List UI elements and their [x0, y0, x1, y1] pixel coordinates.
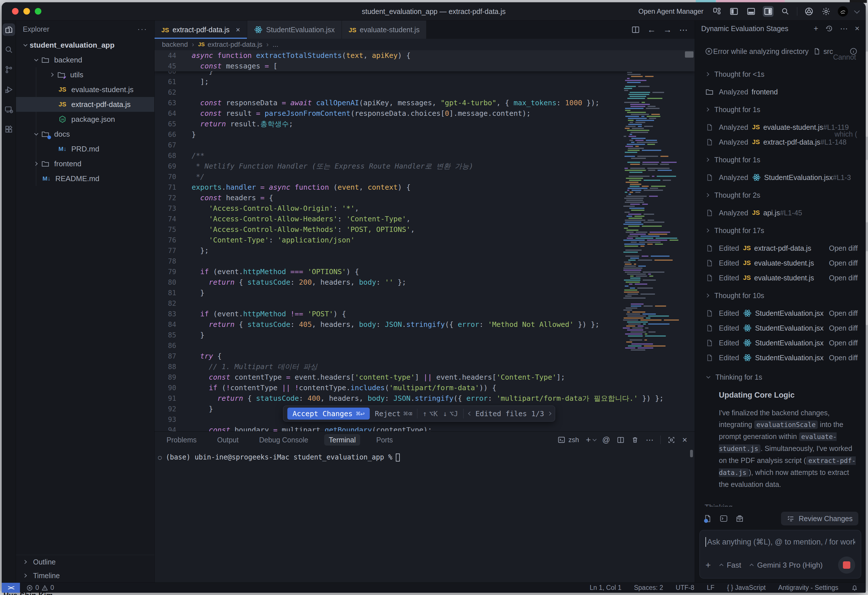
split-editor-icon[interactable]: [631, 25, 640, 34]
panel-tab-problems[interactable]: Problems: [162, 434, 201, 446]
tab-StudentEvaluation.jsx[interactable]: StudentEvaluation.jsx: [247, 21, 342, 39]
terminal-more-actions-icon[interactable]: ⋯: [645, 435, 654, 445]
open-diff-link[interactable]: Open diff: [826, 309, 858, 317]
problems-indicator[interactable]: 0 0: [26, 584, 54, 592]
open-diff-link[interactable]: Open diff: [826, 354, 858, 362]
panel-tab-ports[interactable]: Ports: [372, 434, 397, 446]
panel-tab-output[interactable]: Output: [213, 434, 243, 446]
tree-item-README.md[interactable]: M↓README.md: [16, 171, 154, 186]
new-terminal-icon[interactable]: +: [586, 435, 596, 445]
tree-item-frontend[interactable]: frontend: [16, 156, 154, 171]
breadcrumb-folder[interactable]: backend: [162, 40, 188, 49]
navigate-back-icon[interactable]: ←: [647, 25, 656, 34]
toggle-bottom-panel-icon[interactable]: [745, 6, 756, 17]
panel-tab-terminal[interactable]: Terminal: [324, 434, 360, 446]
window-controls[interactable]: [12, 8, 41, 15]
search-activity-icon[interactable]: [3, 43, 15, 56]
minimap[interactable]: [623, 50, 683, 302]
search-icon[interactable]: [780, 6, 791, 17]
open-diff-link[interactable]: Open diff: [826, 259, 858, 267]
speed-selector[interactable]: Fast: [720, 561, 741, 570]
tree-item-backend[interactable]: backend: [16, 53, 154, 67]
chevron-left-icon[interactable]: [468, 412, 472, 416]
source-control-activity-icon[interactable]: [3, 63, 15, 76]
tab-evaluate-student.js[interactable]: JSevaluate-student.js: [342, 21, 427, 39]
edited-item[interactable]: EditedJSevaluate-student.jsOpen diff: [705, 270, 866, 285]
open-diff-link[interactable]: Open diff: [826, 339, 858, 347]
tab-extract-pdf-data.js[interactable]: JSextract-pdf-data.js×: [155, 21, 247, 39]
tree-item-extract-pdf-data.js[interactable]: JSextract-pdf-data.js: [16, 97, 154, 112]
terminal-mention-icon[interactable]: @: [602, 436, 610, 444]
terminal-output[interactable]: ○ (base) ubin-ine@sprogeeks-iMac student…: [155, 448, 695, 582]
cursor-position[interactable]: Ln 1, Col 1: [590, 584, 621, 592]
chevron-down-icon[interactable]: [854, 8, 860, 13]
sidebar-section-timeline[interactable]: Timeline: [16, 569, 154, 582]
editor-scrollbar[interactable]: [685, 51, 694, 58]
tree-item-evaluate-student.js[interactable]: JSevaluate-student.js: [16, 82, 154, 97]
edited-item[interactable]: EditedJSevaluate-student.jsOpen diff: [705, 255, 866, 270]
user-avatar[interactable]: [838, 6, 848, 16]
remote-indicator[interactable]: ><: [2, 583, 20, 593]
attach-file-icon[interactable]: [703, 514, 712, 523]
open-agent-manager-button[interactable]: Open Agent Manager: [638, 7, 703, 15]
model-selector[interactable]: Gemini 3 Pro (High): [751, 561, 823, 570]
next-change-button[interactable]: ↓⌥J: [443, 410, 458, 418]
analyzed-item[interactable]: AnalyzedJSapi.js#L1-45: [705, 205, 866, 220]
review-changes-button[interactable]: Review Changes: [781, 512, 858, 526]
thinking-toggle[interactable]: Thinking for 1s: [705, 370, 866, 384]
reject-button[interactable]: Reject⌘⌫: [375, 410, 412, 418]
language-mode[interactable]: { } JavaScript: [727, 584, 766, 592]
open-diff-link[interactable]: Open diff: [826, 244, 858, 252]
eol-sequence[interactable]: LF: [707, 584, 714, 592]
code-editor[interactable]: 44async function extractTotalStudents(te…: [155, 50, 695, 431]
split-terminal-icon[interactable]: [617, 436, 624, 444]
thought-item[interactable]: Thought for 17s: [705, 223, 866, 238]
browser-icon[interactable]: [803, 6, 814, 17]
breadcrumb-file[interactable]: extract-pdf-data.js: [208, 40, 262, 49]
encoding[interactable]: UTF-8: [676, 584, 694, 592]
kill-terminal-icon[interactable]: [631, 436, 639, 443]
analyzed-item[interactable]: AnalyzedStudentEvaluation.jsx#L1-3: [705, 170, 866, 185]
error-file-chip[interactable]: src: [824, 47, 833, 56]
terminal-shell-label[interactable]: zsh: [558, 436, 579, 444]
breadcrumb[interactable]: backend › JS extract-pdf-data.js › ...: [155, 39, 695, 50]
tree-item-student_evaluation_app[interactable]: student_evaluation_app: [16, 38, 154, 53]
edited-item[interactable]: EditedStudentEvaluation.jsxOpen diff: [705, 350, 866, 365]
panel-tab-debug-console[interactable]: Debug Console: [255, 434, 313, 446]
tree-item-utils[interactable]: utils: [16, 67, 154, 82]
edited-files-pager[interactable]: Edited files 1/3: [468, 410, 551, 418]
settings-status-item[interactable]: Antigravity - Settings: [778, 584, 838, 592]
explorer-more-actions-icon[interactable]: ···: [137, 25, 148, 34]
analyzed-item[interactable]: Analyzedfrontend: [705, 84, 866, 99]
zoom-window-button[interactable]: [35, 8, 41, 15]
chevron-right-icon[interactable]: [548, 412, 552, 416]
editor-more-actions-icon[interactable]: ⋯: [679, 25, 688, 35]
thought-item[interactable]: Thought for 1s: [705, 102, 866, 117]
new-conversation-icon[interactable]: +: [813, 24, 818, 33]
explorer-activity-icon[interactable]: [3, 24, 15, 36]
minimize-window-button[interactable]: [24, 8, 30, 15]
close-tab-icon[interactable]: ×: [236, 25, 240, 34]
chat-input[interactable]: Ask anything (⌘L), @ to mention, / for w…: [700, 530, 861, 579]
tree-item-PRD.md[interactable]: M↓PRD.md: [16, 142, 154, 156]
history-icon[interactable]: [825, 25, 833, 32]
close-window-button[interactable]: [12, 8, 19, 15]
open-diff-link[interactable]: Open diff: [826, 324, 858, 332]
edited-item[interactable]: EditedJSextract-pdf-data.jsOpen diff: [705, 241, 866, 255]
prev-change-button[interactable]: ↑⌥K: [422, 410, 438, 418]
navigate-forward-icon[interactable]: →: [663, 25, 672, 34]
close-panel-icon[interactable]: ×: [682, 435, 687, 445]
close-agent-panel-icon[interactable]: ×: [855, 24, 859, 33]
thought-item[interactable]: Thought for <1s: [705, 67, 866, 81]
maximize-panel-icon[interactable]: [667, 436, 675, 444]
terminal-scrollbar[interactable]: [690, 450, 693, 457]
thought-item[interactable]: Thought for 2s: [705, 188, 866, 202]
terminal-context-icon[interactable]: [719, 514, 728, 523]
accept-changes-button[interactable]: Accept Changes⌘↩: [288, 407, 370, 419]
remote-explorer-activity-icon[interactable]: [3, 103, 15, 116]
bell-icon[interactable]: [851, 584, 858, 592]
open-diff-link[interactable]: Open diff: [826, 274, 858, 282]
tree-item-package.json[interactable]: JSpackage.json: [16, 112, 154, 127]
toggle-right-panel-icon[interactable]: [763, 6, 774, 17]
breadcrumb-symbol[interactable]: ...: [273, 40, 278, 49]
